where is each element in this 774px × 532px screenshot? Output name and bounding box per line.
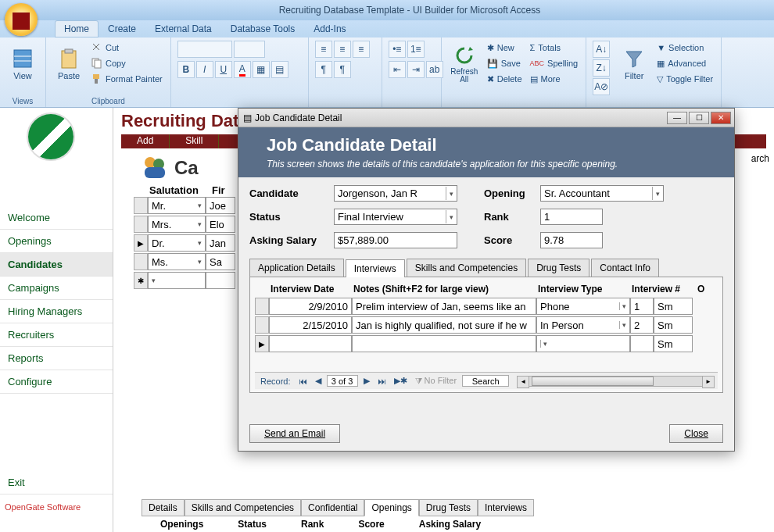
highlight-button[interactable]: ab [426, 61, 443, 78]
row-selector[interactable]: ✱ [134, 272, 148, 289]
sidebar-item-welcome[interactable]: Welcome [0, 206, 113, 230]
banner-add[interactable]: Add [121, 134, 170, 148]
salutation-cell[interactable] [148, 272, 206, 289]
sidebar-item-recruiters[interactable]: Recruiters [0, 323, 113, 347]
bold-button[interactable]: B [177, 61, 195, 78]
first-cell[interactable]: Joe [206, 197, 235, 214]
type-cell[interactable]: In Person [536, 316, 630, 334]
next-record-button[interactable]: ▶ [361, 376, 372, 386]
first-record-button[interactable]: ⏮ [296, 377, 310, 386]
notes-cell[interactable]: Prelim interview of Jan, seems like an [352, 298, 536, 315]
status-combo[interactable]: Final Interview [334, 209, 457, 225]
sidebar-item-exit[interactable]: Exit [0, 471, 113, 495]
candidate-combo[interactable]: Jorgenson, Jan R [334, 185, 457, 202]
sidebar-item-reports[interactable]: Reports [0, 347, 113, 370]
more-button[interactable]: ▤More [529, 72, 580, 86]
save-record-button[interactable]: 💾Save [486, 56, 524, 70]
o-cell[interactable]: Sm [654, 335, 693, 352]
size-combo[interactable] [234, 41, 265, 58]
asking-field[interactable]: $57,889.00 [334, 232, 457, 248]
ribbon-tab-home[interactable]: Home [55, 20, 99, 37]
new-record-button[interactable]: ▶✱ [392, 376, 410, 386]
italic-button[interactable]: I [196, 61, 213, 78]
row-selector[interactable] [134, 216, 148, 233]
indent-button[interactable]: ⇥ [407, 61, 425, 78]
salutation-cell[interactable]: Mr. [148, 197, 206, 214]
selection-button[interactable]: ▼Selection [655, 41, 715, 55]
row-selector[interactable]: ▶ [134, 234, 148, 252]
sidebar-item-openings[interactable]: Openings [0, 230, 113, 253]
scroll-thumb[interactable] [532, 377, 654, 386]
minimize-button[interactable]: — [667, 112, 687, 124]
send-email-button[interactable]: Send an Email [249, 424, 340, 443]
tab-contact[interactable]: Contact Info [591, 259, 659, 277]
notes-cell[interactable]: Jan is highly qualified, not sure if he … [352, 316, 536, 334]
date-cell[interactable]: 2/9/2010 [269, 298, 352, 315]
prev-record-button[interactable]: ◀ [313, 376, 324, 386]
advanced-button[interactable]: ▦Advanced [655, 56, 715, 70]
paste-button[interactable]: Paste [52, 41, 85, 87]
notes-cell[interactable] [352, 335, 536, 352]
opening-combo[interactable]: Sr. Accountant [540, 185, 664, 202]
new-button[interactable]: ✱New [486, 41, 524, 55]
view-button[interactable]: View [6, 41, 39, 87]
tab-drugtests[interactable]: Drug Tests [419, 499, 478, 516]
font-combo[interactable] [177, 41, 232, 58]
last-record-button[interactable]: ⏭ [375, 377, 389, 386]
tab-interviews[interactable]: Interviews [478, 499, 534, 516]
bullets-button[interactable]: •≡ [389, 41, 406, 58]
font-color-button[interactable]: A [234, 61, 251, 78]
rtl-button[interactable]: ¶ [334, 61, 351, 78]
office-button[interactable] [5, 3, 38, 36]
toggle-filter-button[interactable]: ▽Toggle Filter [655, 72, 715, 86]
row-selector[interactable] [255, 316, 269, 334]
date-cell[interactable] [269, 335, 352, 352]
o-cell[interactable]: Sm [654, 298, 693, 315]
salutation-cell[interactable]: Ms. [148, 253, 206, 270]
close-window-button[interactable]: ✕ [711, 112, 731, 124]
tab-confidential[interactable]: Confidential [301, 499, 364, 516]
sort-asc-button[interactable]: A↓ [593, 41, 610, 58]
ltr-button[interactable]: ¶ [315, 61, 332, 78]
close-button[interactable]: Close [669, 424, 723, 443]
row-selector[interactable] [255, 298, 269, 315]
h-scrollbar[interactable] [517, 376, 715, 387]
align-center-button[interactable]: ≡ [334, 41, 351, 58]
salutation-cell[interactable]: Dr. [148, 234, 206, 252]
first-cell[interactable]: Sa [206, 253, 235, 270]
search-box[interactable] [462, 375, 509, 387]
first-cell[interactable] [206, 272, 235, 289]
outdent-button[interactable]: ⇤ [389, 61, 406, 78]
tab-app-details[interactable]: Application Details [249, 259, 344, 277]
align-left-button[interactable]: ≡ [315, 41, 332, 58]
ribbon-tab-create[interactable]: Create [99, 20, 145, 37]
tab-drugtests[interactable]: Drug Tests [528, 259, 589, 277]
numbering-button[interactable]: 1≡ [407, 41, 425, 58]
copy-button[interactable]: Copy [90, 56, 164, 70]
o-cell[interactable]: Sm [654, 316, 693, 334]
sidebar-item-hiring-managers[interactable]: Hiring Managers [0, 300, 113, 323]
cut-button[interactable]: Cut [90, 41, 164, 55]
format-painter-button[interactable]: Format Painter [90, 72, 164, 86]
num-cell[interactable]: 1 [630, 298, 654, 315]
clear-sort-button[interactable]: A⊘ [593, 78, 610, 95]
row-selector[interactable] [134, 253, 148, 270]
ribbon-tab-dbtools[interactable]: Database Tools [221, 20, 305, 37]
salutation-cell[interactable]: Mrs. [148, 216, 206, 233]
sidebar-item-campaigns[interactable]: Campaigns [0, 277, 113, 300]
refresh-button[interactable]: Refresh All [448, 41, 481, 87]
fill-color-button[interactable]: ▦ [253, 61, 270, 78]
num-cell[interactable] [630, 335, 654, 352]
rank-field[interactable]: 1 [540, 209, 603, 225]
first-cell[interactable]: Jan [206, 234, 235, 252]
banner-skill[interactable]: Skill [170, 134, 219, 148]
filter-button[interactable]: Filter [618, 41, 650, 87]
score-field[interactable]: 9.78 [540, 232, 603, 248]
maximize-button[interactable]: ☐ [689, 112, 709, 124]
type-cell[interactable]: Phone [536, 298, 630, 315]
tab-openings[interactable]: Openings [364, 499, 418, 516]
totals-button[interactable]: ΣTotals [529, 41, 580, 55]
sort-desc-button[interactable]: Z↓ [593, 59, 610, 77]
delete-button[interactable]: ✖Delete [486, 72, 524, 86]
tab-interviews[interactable]: Interviews [346, 259, 405, 277]
